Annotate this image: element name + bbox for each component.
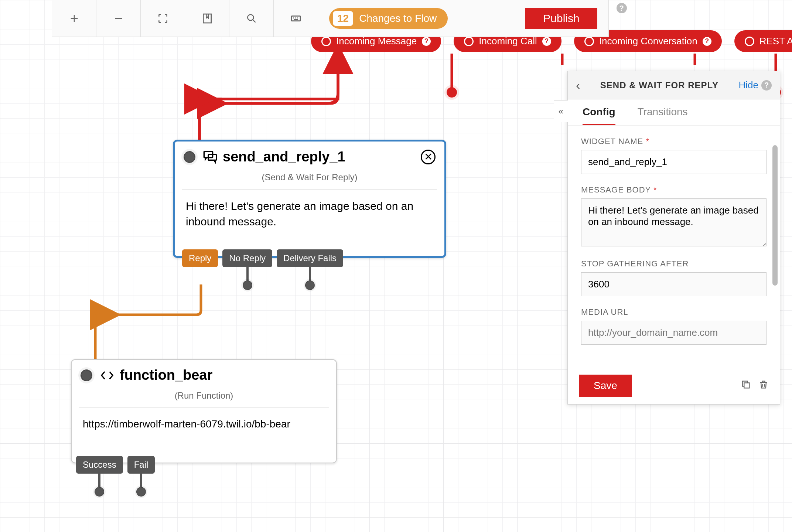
collapse-button[interactable]: « — [554, 100, 568, 122]
help-icon[interactable]: ? — [617, 3, 627, 13]
keyboard-button[interactable] — [274, 0, 318, 37]
output-delivery-fails[interactable]: Delivery Fails — [277, 249, 343, 267]
connector-dot[interactable] — [305, 280, 315, 290]
zoom-in-button[interactable] — [52, 0, 96, 37]
ring-icon — [321, 37, 331, 46]
delete-icon[interactable] — [758, 379, 769, 392]
stop-gathering-input[interactable] — [581, 272, 767, 296]
publish-button[interactable]: Publish — [525, 8, 597, 29]
config-panel: « ‹ SEND & WAIT FOR REPLY Hide ? Config … — [567, 71, 780, 405]
media-url-label: MEDIA URL — [581, 307, 767, 317]
stop-gathering-label: STOP GATHERING AFTER — [581, 259, 767, 269]
widget-body: Hi there! Let's generate an image based … — [175, 190, 444, 238]
chat-icon — [203, 150, 218, 164]
connector-dot[interactable] — [95, 487, 104, 497]
back-button[interactable]: ‹ — [576, 78, 580, 92]
svg-rect-19 — [744, 383, 749, 388]
ring-icon — [584, 37, 594, 46]
changes-count: 12 — [333, 11, 353, 26]
scrollbar[interactable] — [772, 145, 778, 286]
panel-title: SEND & WAIT FOR REPLY — [587, 80, 731, 91]
help-icon[interactable]: ? — [761, 80, 772, 91]
ring-icon — [464, 37, 474, 46]
svg-point-10 — [248, 14, 253, 20]
widget-name-input[interactable] — [581, 150, 767, 174]
ring-icon — [745, 37, 754, 46]
code-icon — [100, 368, 115, 383]
save-button[interactable]: Save — [579, 375, 632, 397]
tab-transitions[interactable]: Transitions — [638, 106, 688, 125]
message-body-label: MESSAGE BODY * — [581, 185, 767, 195]
widget-subtitle: (Send & Wait For Reply) — [182, 172, 437, 190]
svg-line-11 — [253, 20, 255, 22]
connector-dot[interactable] — [243, 280, 252, 290]
hide-button[interactable]: Hide ? — [739, 79, 772, 91]
help-icon[interactable]: ? — [542, 37, 551, 46]
tab-config[interactable]: Config — [583, 106, 615, 125]
widget-send-and-reply[interactable]: send_and_reply_1 ✕ (Send & Wait For Repl… — [173, 140, 446, 258]
changes-label: Changes to Flow — [359, 13, 437, 24]
output-fail[interactable]: Fail — [127, 456, 155, 474]
widget-name: send_and_reply_1 — [223, 149, 345, 165]
svg-rect-12 — [291, 16, 300, 21]
connector-dot[interactable] — [447, 87, 457, 98]
fit-screen-button[interactable] — [141, 0, 185, 37]
output-no-reply[interactable]: No Reply — [222, 249, 272, 267]
trigger-rest-api[interactable]: REST API ? — [734, 30, 792, 52]
bookmark-button[interactable] — [185, 0, 229, 37]
close-icon[interactable]: ✕ — [421, 150, 436, 164]
message-body-input[interactable] — [581, 198, 767, 246]
svg-rect-9 — [203, 14, 211, 23]
search-button[interactable] — [229, 0, 274, 37]
widget-body: https://timberwolf-marten-6079.twil.io/b… — [72, 408, 336, 440]
changes-pill[interactable]: 12 Changes to Flow — [329, 8, 448, 29]
output-success[interactable]: Success — [76, 456, 123, 474]
duplicate-icon[interactable] — [741, 379, 751, 392]
toolbar: 12 Changes to Flow Publish ? — [52, 0, 609, 37]
media-url-input[interactable] — [581, 321, 767, 345]
widget-name-label: WIDGET NAME * — [581, 137, 767, 146]
widget-subtitle: (Run Function) — [79, 391, 329, 408]
connector-dot[interactable] — [136, 487, 146, 497]
help-icon[interactable]: ? — [703, 37, 711, 46]
panel-body: WIDGET NAME * MESSAGE BODY * STOP GATHER… — [568, 126, 780, 367]
zoom-out-button[interactable] — [96, 0, 141, 37]
help-icon[interactable]: ? — [422, 37, 431, 46]
drag-handle[interactable] — [81, 369, 92, 381]
widget-name: function_bear — [120, 367, 212, 383]
widget-function-bear[interactable]: function_bear (Run Function) https://tim… — [71, 359, 337, 463]
drag-handle[interactable] — [184, 151, 195, 163]
output-reply[interactable]: Reply — [182, 249, 218, 267]
